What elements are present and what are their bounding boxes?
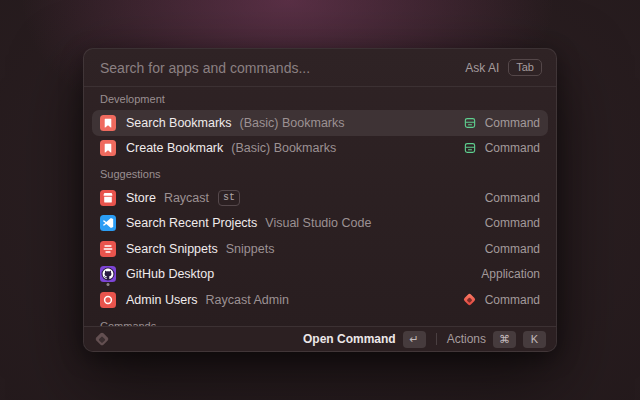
list-item[interactable]: GitHub DesktopApplication [92,262,548,288]
section-header: Suggestions [92,161,548,185]
running-indicator [107,283,110,286]
cmd-key-badge: ⌘ [493,331,516,348]
alias-badge: st [218,190,240,206]
raycast-window: Ask AI Tab DevelopmentSearch Bookmarks(B… [83,48,557,352]
item-type-label: Command [485,216,540,230]
item-title: Search Recent Projects [126,216,257,230]
list-item[interactable]: StoreRaycaststCommand [92,185,548,211]
snippets-icon [100,241,116,257]
item-type-label: Command [485,293,540,307]
item-type-label: Command [485,116,540,130]
footer-bar: Open Command ↵ Actions ⌘ K [84,326,556,351]
item-title: Create Bookmark [126,141,223,155]
item-subtitle: Raycast Admin [206,293,289,307]
vscode-icon [100,215,116,231]
list-item[interactable]: Search SnippetsSnippetsCommand [92,236,548,262]
footer-divider [436,333,437,345]
item-type-label: Command [485,141,540,155]
k-key-badge: K [523,331,546,348]
open-command-button[interactable]: Open Command [303,332,396,346]
github-desktop-icon [100,266,116,282]
list-item[interactable]: Admin UsersRaycast AdminCommand [92,287,548,313]
desktop-background: { "window": { "search": { "placeholder":… [0,0,640,400]
footer-actions: Open Command ↵ Actions ⌘ K [303,331,546,348]
archive-box-icon [463,116,477,130]
item-title: Search Snippets [126,242,218,256]
raycast-logo-icon [95,332,109,346]
list-item[interactable]: Search Recent ProjectsVisual Studio Code… [92,211,548,237]
raycast-diamond-icon [463,293,477,307]
actions-button[interactable]: Actions [447,332,486,346]
bookmarks-icon [100,140,116,156]
item-title: GitHub Desktop [126,267,214,281]
tab-key-badge: Tab [508,59,542,76]
item-subtitle: (Basic) Bookmarks [240,116,345,130]
item-type-label: Command [485,191,540,205]
item-subtitle: (Basic) Bookmarks [231,141,336,155]
list-item[interactable]: Search Bookmarks(Basic) BookmarksCommand [92,110,548,136]
bookmarks-icon [100,115,116,131]
results-list: DevelopmentSearch Bookmarks(Basic) Bookm… [84,86,556,326]
item-title: Store [126,191,156,205]
item-subtitle: Raycast [164,191,209,205]
return-key-badge: ↵ [403,331,426,348]
ask-ai-label[interactable]: Ask AI [465,61,499,75]
item-subtitle: Visual Studio Code [265,216,371,230]
section-header: Commands [92,313,548,327]
list-item[interactable]: Create Bookmark(Basic) BookmarksCommand [92,136,548,162]
search-input[interactable] [98,59,465,77]
item-subtitle: Snippets [226,242,275,256]
item-type-label: Application [481,267,540,281]
item-title: Admin Users [126,293,198,307]
archive-box-icon [463,141,477,155]
store-icon [100,190,116,206]
section-header: Development [92,86,548,110]
search-bar: Ask AI Tab [84,49,556,87]
item-title: Search Bookmarks [126,116,232,130]
raycast-admin-icon [100,292,116,308]
item-type-label: Command [485,242,540,256]
